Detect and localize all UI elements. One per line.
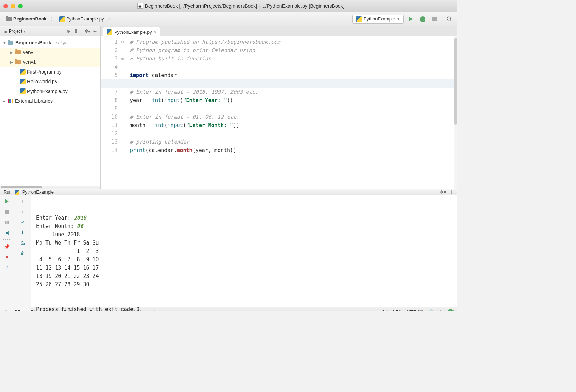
tree-external-libs[interactable]: ▶ External Libraries bbox=[0, 96, 100, 106]
python-file-icon bbox=[20, 79, 26, 84]
close-tab-icon[interactable]: × bbox=[154, 29, 156, 35]
run-body: ▮▮ ▣ 📌 ✕ ? ↑ ↓ ⤶ ⬇ 🖶 🗑 Enter Year: 2018E… bbox=[0, 195, 457, 311]
print-button[interactable]: 🖶 bbox=[19, 239, 26, 246]
run-label: Run bbox=[3, 189, 12, 195]
run-panel-header: Run PythonExample ✻▾ ⭳ bbox=[0, 189, 457, 195]
breadcrumb-separator-icon: 〉 bbox=[51, 16, 55, 22]
main-area: ▣ Project▾ ⊕ ⇵ | ✻▾ ⇤ ▼ BeginnersBook ~/… bbox=[0, 26, 457, 189]
gear-icon[interactable]: ✻▾ bbox=[441, 190, 446, 195]
code-content[interactable]: # Program published on https://beginners… bbox=[126, 36, 457, 189]
breadcrumb-label: BeginnersBook bbox=[13, 16, 46, 22]
search-icon bbox=[446, 16, 452, 22]
titlebar: ◉ BeginnersBook [~/PycharmProjects/Begin… bbox=[0, 0, 457, 12]
rerun-button[interactable] bbox=[3, 198, 10, 205]
collapse-icon[interactable]: ⇵ bbox=[74, 29, 78, 34]
search-everywhere-button[interactable] bbox=[445, 15, 454, 24]
python-file-icon bbox=[356, 16, 362, 22]
tree-root-name: BeginnersBook bbox=[15, 40, 51, 45]
minimize-window-icon[interactable] bbox=[11, 4, 15, 8]
stop-icon bbox=[5, 210, 9, 214]
scrollbar-thumb[interactable] bbox=[1, 186, 42, 188]
breadcrumb-root[interactable]: BeginnersBook bbox=[3, 15, 49, 23]
gear-icon[interactable]: ✻▾ bbox=[85, 29, 90, 34]
tree-file[interactable]: FirstProgram.py bbox=[0, 67, 100, 77]
toolbar-right: PythonExample ▾ bbox=[352, 15, 454, 24]
window-title: ◉ BeginnersBook [~/PycharmProjects/Begin… bbox=[28, 3, 454, 9]
expand-arrow-icon[interactable]: ▶ bbox=[3, 99, 6, 103]
line-number-gutter[interactable]: 1234567891011121314 bbox=[101, 36, 121, 189]
target-icon[interactable]: ⊕ bbox=[66, 29, 71, 34]
breadcrumb-file[interactable]: PythonExample.py bbox=[57, 15, 107, 23]
breadcrumb-separator-icon: 〉 bbox=[108, 16, 112, 22]
python-file-icon bbox=[15, 190, 19, 195]
tree-file[interactable]: PythonExample.py bbox=[0, 86, 100, 96]
separator bbox=[442, 15, 442, 23]
project-panel-title[interactable]: ▣ Project▾ bbox=[3, 29, 25, 34]
tree-item-label: venv1 bbox=[23, 59, 36, 65]
console-output[interactable]: Enter Year: 2018Enter Month: 06 June 201… bbox=[31, 195, 457, 311]
tree-item-label: FirstProgram.py bbox=[27, 69, 62, 75]
tree-file[interactable]: HelloWorld.py bbox=[0, 77, 100, 86]
debug-button[interactable] bbox=[418, 15, 427, 24]
export-button[interactable]: ⬇ bbox=[19, 229, 26, 236]
tree-item-label: External Libraries bbox=[15, 98, 53, 104]
stop-button[interactable] bbox=[430, 15, 439, 24]
play-icon bbox=[409, 17, 413, 22]
expand-arrow-icon[interactable]: ▶ bbox=[10, 60, 14, 64]
run-toolbar-secondary: ↑ ↓ ⤶ ⬇ 🖶 🗑 bbox=[14, 195, 31, 311]
tree-folder-venv[interactable]: ▶ venv bbox=[0, 48, 100, 57]
pin-button[interactable]: 📌 bbox=[3, 243, 10, 250]
folder-icon bbox=[6, 17, 12, 21]
wrap-button[interactable]: ⤶ bbox=[19, 219, 26, 225]
tree-folder-venv1[interactable]: ▶ venv1 bbox=[0, 57, 100, 67]
project-tree[interactable]: ▼ BeginnersBook ~/Pyc ▶ venv ▶ venv1 Fir… bbox=[0, 36, 100, 186]
project-panel-header: ▣ Project▾ ⊕ ⇵ | ✻▾ ⇤ bbox=[0, 26, 100, 36]
trash-button[interactable]: 🗑 bbox=[19, 250, 26, 257]
maximize-window-icon[interactable] bbox=[18, 4, 23, 8]
scrollbar-thumb[interactable] bbox=[454, 38, 457, 125]
editor-tab[interactable]: PythonExample.py × bbox=[103, 27, 160, 36]
breadcrumb-label: PythonExample.py bbox=[66, 16, 104, 22]
run-button[interactable] bbox=[406, 15, 415, 24]
close-button[interactable]: ✕ bbox=[3, 254, 10, 261]
close-window-icon[interactable] bbox=[3, 4, 8, 8]
layout-button[interactable]: ▣ bbox=[3, 229, 10, 236]
code-editor[interactable]: 1234567891011121314 ⊟ ⊟ # Program publis… bbox=[101, 36, 457, 189]
python-file-icon bbox=[20, 69, 26, 75]
toolbar: BeginnersBook 〉 PythonExample.py 〉 Pytho… bbox=[0, 12, 457, 26]
project-hscrollbar[interactable] bbox=[0, 186, 100, 189]
python-file-icon bbox=[20, 88, 26, 94]
project-panel: ▣ Project▾ ⊕ ⇵ | ✻▾ ⇤ ▼ BeginnersBook ~/… bbox=[0, 26, 101, 189]
library-icon bbox=[8, 99, 13, 103]
svg-line-1 bbox=[450, 20, 451, 21]
bug-icon bbox=[420, 16, 425, 22]
window-title-text: BeginnersBook [~/PycharmProjects/Beginne… bbox=[145, 3, 345, 9]
run-panel: Run PythonExample ✻▾ ⭳ ▮▮ ▣ 📌 ✕ ? ↑ ↓ ⤶ … bbox=[0, 189, 457, 307]
stop-button[interactable] bbox=[3, 208, 10, 215]
editor-tab-bar: PythonExample.py × bbox=[101, 26, 457, 36]
project-label: Project bbox=[9, 29, 22, 34]
run-config-label: PythonExample bbox=[364, 16, 395, 22]
chevron-down-icon: ▾ bbox=[397, 16, 400, 22]
app-icon: ◉ bbox=[137, 3, 143, 9]
tree-root[interactable]: ▼ BeginnersBook ~/Pyc bbox=[0, 38, 100, 48]
tree-item-label: venv bbox=[23, 50, 33, 55]
tool-window-icon[interactable]: ▢ bbox=[3, 310, 8, 311]
down-button[interactable]: ↓ bbox=[19, 208, 26, 215]
run-toolbar-primary: ▮▮ ▣ 📌 ✕ ? bbox=[0, 195, 14, 311]
fold-gutter[interactable]: ⊟ ⊟ bbox=[121, 36, 126, 189]
tab-label: PythonExample.py bbox=[114, 29, 152, 35]
hide-icon[interactable]: ⇤ bbox=[93, 29, 98, 34]
expand-arrow-icon[interactable]: ▶ bbox=[10, 51, 14, 54]
help-button[interactable]: ? bbox=[3, 264, 10, 271]
window-controls bbox=[3, 4, 23, 8]
editor-vscrollbar[interactable] bbox=[454, 36, 457, 189]
up-button[interactable]: ↑ bbox=[19, 198, 26, 205]
run-config-selector[interactable]: PythonExample ▾ bbox=[352, 15, 404, 24]
download-icon[interactable]: ⭳ bbox=[449, 190, 454, 195]
expand-arrow-icon[interactable]: ▼ bbox=[3, 41, 6, 45]
pause-button[interactable]: ▮▮ bbox=[3, 219, 10, 225]
editor-area: PythonExample.py × 1234567891011121314 ⊟… bbox=[101, 26, 457, 189]
project-view-icon: ▣ bbox=[3, 29, 8, 34]
folder-icon bbox=[15, 50, 21, 54]
